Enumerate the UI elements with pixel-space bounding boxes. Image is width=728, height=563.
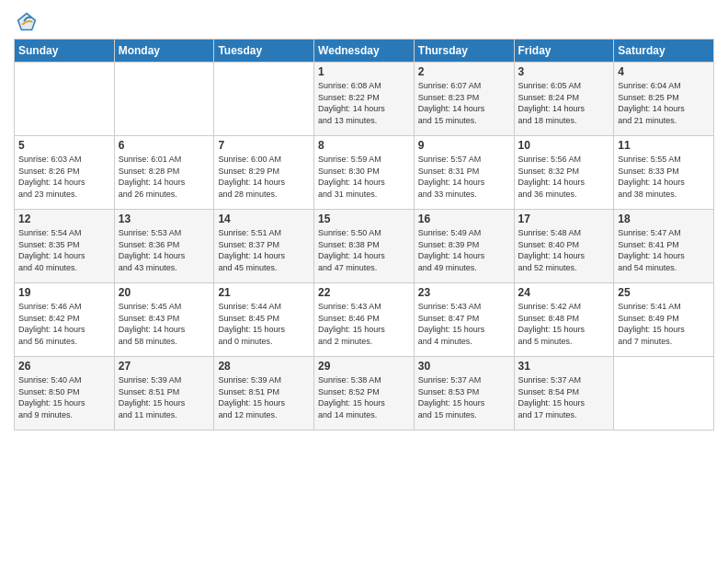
page-header [14,9,714,35]
calendar-cell: 3Sunrise: 6:05 AM Sunset: 8:24 PM Daylig… [514,63,614,136]
calendar-cell [214,63,314,136]
calendar-cell: 30Sunrise: 5:37 AM Sunset: 8:53 PM Dayli… [414,357,514,431]
calendar-week-row: 5Sunrise: 6:03 AM Sunset: 8:26 PM Daylig… [15,136,714,210]
calendar-week-row: 1Sunrise: 6:08 AM Sunset: 8:22 PM Daylig… [15,63,714,136]
calendar-cell: 29Sunrise: 5:38 AM Sunset: 8:52 PM Dayli… [314,357,415,431]
day-number: 5 [18,139,110,152]
day-header-tuesday: Tuesday [214,40,314,63]
calendar-cell: 1Sunrise: 6:08 AM Sunset: 8:22 PM Daylig… [314,63,415,136]
day-number: 3 [518,65,610,78]
cell-content: Sunrise: 5:48 AM Sunset: 8:40 PM Dayligh… [518,227,610,273]
calendar-cell [614,357,714,431]
cell-content: Sunrise: 6:05 AM Sunset: 8:24 PM Dayligh… [518,80,610,126]
cell-content: Sunrise: 5:55 AM Sunset: 8:33 PM Dayligh… [618,154,710,200]
cell-content: Sunrise: 5:43 AM Sunset: 8:47 PM Dayligh… [418,301,510,347]
calendar-cell: 20Sunrise: 5:45 AM Sunset: 8:43 PM Dayli… [114,283,214,357]
calendar-week-row: 26Sunrise: 5:40 AM Sunset: 8:50 PM Dayli… [15,357,714,431]
day-header-sunday: Sunday [15,40,115,63]
day-number: 10 [518,139,610,152]
calendar-cell: 22Sunrise: 5:43 AM Sunset: 8:46 PM Dayli… [314,283,415,357]
cell-content: Sunrise: 5:50 AM Sunset: 8:38 PM Dayligh… [318,227,410,273]
cell-content: Sunrise: 6:01 AM Sunset: 8:28 PM Dayligh… [119,154,210,200]
cell-content: Sunrise: 5:42 AM Sunset: 8:48 PM Dayligh… [518,301,610,347]
cell-content: Sunrise: 5:43 AM Sunset: 8:46 PM Dayligh… [318,301,410,347]
calendar-cell: 21Sunrise: 5:44 AM Sunset: 8:45 PM Dayli… [214,283,314,357]
day-header-friday: Friday [514,40,614,63]
calendar-cell: 18Sunrise: 5:47 AM Sunset: 8:41 PM Dayli… [614,210,714,283]
calendar-cell: 9Sunrise: 5:57 AM Sunset: 8:31 PM Daylig… [414,136,514,210]
calendar-cell [114,63,214,136]
cell-content: Sunrise: 6:08 AM Sunset: 8:22 PM Dayligh… [318,80,410,126]
calendar-cell: 7Sunrise: 6:00 AM Sunset: 8:29 PM Daylig… [214,136,314,210]
day-number: 25 [618,286,710,299]
day-number: 19 [18,286,110,299]
day-number: 29 [318,360,410,373]
calendar-cell: 31Sunrise: 5:37 AM Sunset: 8:54 PM Dayli… [514,357,614,431]
calendar-cell [15,63,115,136]
day-number: 20 [119,286,210,299]
calendar-cell: 11Sunrise: 5:55 AM Sunset: 8:33 PM Dayli… [614,136,714,210]
cell-content: Sunrise: 5:38 AM Sunset: 8:52 PM Dayligh… [318,374,410,420]
calendar-cell: 13Sunrise: 5:53 AM Sunset: 8:36 PM Dayli… [114,210,214,283]
calendar-table: SundayMondayTuesdayWednesdayThursdayFrid… [14,39,714,431]
cell-content: Sunrise: 5:37 AM Sunset: 8:54 PM Dayligh… [518,374,610,420]
day-number: 28 [218,360,310,373]
cell-content: Sunrise: 5:39 AM Sunset: 8:51 PM Dayligh… [119,374,210,420]
calendar-week-row: 12Sunrise: 5:54 AM Sunset: 8:35 PM Dayli… [15,210,714,283]
cell-content: Sunrise: 5:54 AM Sunset: 8:35 PM Dayligh… [18,227,110,273]
calendar-cell: 27Sunrise: 5:39 AM Sunset: 8:51 PM Dayli… [114,357,214,431]
calendar-cell: 25Sunrise: 5:41 AM Sunset: 8:49 PM Dayli… [614,283,714,357]
day-number: 6 [119,139,210,152]
calendar-cell: 5Sunrise: 6:03 AM Sunset: 8:26 PM Daylig… [15,136,115,210]
day-number: 4 [618,65,710,78]
calendar-cell: 10Sunrise: 5:56 AM Sunset: 8:32 PM Dayli… [514,136,614,210]
calendar-cell: 28Sunrise: 5:39 AM Sunset: 8:51 PM Dayli… [214,357,314,431]
calendar-header-row: SundayMondayTuesdayWednesdayThursdayFrid… [15,40,714,63]
day-number: 2 [418,65,510,78]
cell-content: Sunrise: 5:45 AM Sunset: 8:43 PM Dayligh… [119,301,210,347]
calendar-cell: 24Sunrise: 5:42 AM Sunset: 8:48 PM Dayli… [514,283,614,357]
cell-content: Sunrise: 5:37 AM Sunset: 8:53 PM Dayligh… [418,374,510,420]
day-number: 11 [618,139,710,152]
day-number: 27 [119,360,210,373]
day-number: 15 [318,213,410,225]
cell-content: Sunrise: 5:51 AM Sunset: 8:37 PM Dayligh… [218,227,310,273]
day-number: 18 [618,213,710,225]
day-number: 16 [418,213,510,225]
calendar-cell: 12Sunrise: 5:54 AM Sunset: 8:35 PM Dayli… [15,210,115,283]
day-number: 23 [418,286,510,299]
cell-content: Sunrise: 6:03 AM Sunset: 8:26 PM Dayligh… [18,154,110,200]
cell-content: Sunrise: 5:53 AM Sunset: 8:36 PM Dayligh… [119,227,210,273]
cell-content: Sunrise: 6:07 AM Sunset: 8:23 PM Dayligh… [418,80,510,126]
calendar-cell: 15Sunrise: 5:50 AM Sunset: 8:38 PM Dayli… [314,210,415,283]
calendar-cell: 19Sunrise: 5:46 AM Sunset: 8:42 PM Dayli… [15,283,115,357]
day-number: 30 [418,360,510,373]
day-header-wednesday: Wednesday [314,40,415,63]
cell-content: Sunrise: 5:40 AM Sunset: 8:50 PM Dayligh… [18,374,110,420]
calendar-cell: 23Sunrise: 5:43 AM Sunset: 8:47 PM Dayli… [414,283,514,357]
calendar-cell: 26Sunrise: 5:40 AM Sunset: 8:50 PM Dayli… [15,357,115,431]
cell-content: Sunrise: 5:47 AM Sunset: 8:41 PM Dayligh… [618,227,710,273]
day-number: 7 [218,139,310,152]
calendar-cell: 8Sunrise: 5:59 AM Sunset: 8:30 PM Daylig… [314,136,415,210]
day-number: 13 [119,213,210,225]
cell-content: Sunrise: 5:57 AM Sunset: 8:31 PM Dayligh… [418,154,510,200]
cell-content: Sunrise: 6:04 AM Sunset: 8:25 PM Dayligh… [618,80,710,126]
cell-content: Sunrise: 5:44 AM Sunset: 8:45 PM Dayligh… [218,301,310,347]
day-number: 31 [518,360,610,373]
day-number: 17 [518,213,610,225]
calendar-cell: 2Sunrise: 6:07 AM Sunset: 8:23 PM Daylig… [414,63,514,136]
cell-content: Sunrise: 5:39 AM Sunset: 8:51 PM Dayligh… [218,374,310,420]
calendar-cell: 6Sunrise: 6:01 AM Sunset: 8:28 PM Daylig… [114,136,214,210]
calendar-cell: 17Sunrise: 5:48 AM Sunset: 8:40 PM Dayli… [514,210,614,283]
cell-content: Sunrise: 5:59 AM Sunset: 8:30 PM Dayligh… [318,154,410,200]
calendar-cell: 4Sunrise: 6:04 AM Sunset: 8:25 PM Daylig… [614,63,714,136]
day-number: 9 [418,139,510,152]
cell-content: Sunrise: 6:00 AM Sunset: 8:29 PM Dayligh… [218,154,310,200]
day-header-thursday: Thursday [414,40,514,63]
logo [14,9,43,35]
calendar-week-row: 19Sunrise: 5:46 AM Sunset: 8:42 PM Dayli… [15,283,714,357]
day-number: 12 [18,213,110,225]
day-header-monday: Monday [114,40,214,63]
calendar-cell: 16Sunrise: 5:49 AM Sunset: 8:39 PM Dayli… [414,210,514,283]
